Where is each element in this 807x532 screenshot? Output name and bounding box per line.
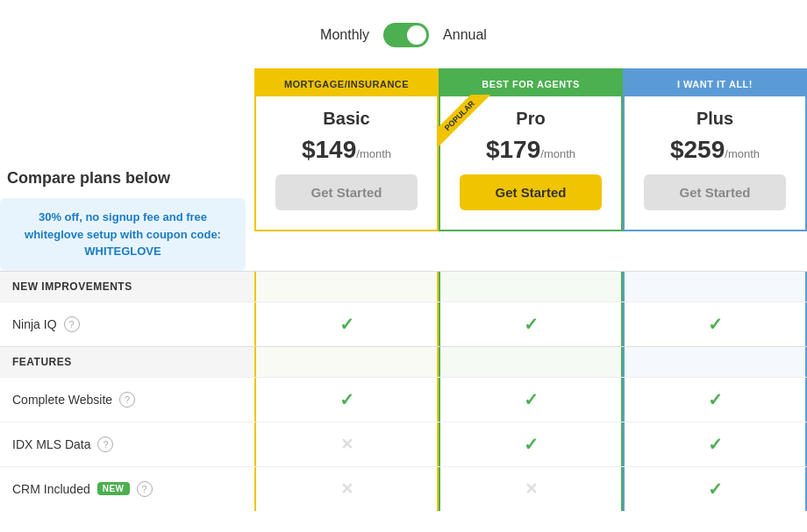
row-label-1-1: IDX MLS Data? [0,426,254,463]
section-label-1: FEATURES [0,347,254,377]
cell-1-0-plus: ✓ [623,378,807,422]
row-1-2: CRM IncludedNEW?✕✕✓ [0,466,807,511]
plus-name: Plus [633,109,796,129]
plan-plus: I WANT IT ALL! Plus $259/month Get Start… [623,68,807,231]
new-badge: NEW [97,482,130,495]
popular-ribbon [439,95,502,158]
section-label-0: NEW IMPROVEMENTS [0,272,254,301]
section-1-col-pro [439,347,623,377]
left-panel: Compare plans below 30% off, no signup f… [0,68,254,271]
row-label-1-0: Complete Website? [0,381,254,418]
section-0-col-basic [254,272,439,301]
compare-title: Compare plans below [0,169,246,188]
promo-text: 30% off, no signup fee and free whiteglo… [25,210,221,258]
basic-per-month: /month [356,147,391,160]
row-text-1-1: IDX MLS Data [12,437,90,451]
row-0-0: Ninja IQ?✓✓✓ [0,301,807,346]
plus-get-started-button[interactable]: Get Started [644,174,786,210]
billing-toggle[interactable] [383,23,429,47]
row-1-1: IDX MLS Data?✕✓✓ [0,422,807,466]
check-icon: ✓ [339,389,354,410]
section-0-col-pro [439,272,623,301]
basic-price-amount: $149 [302,136,356,163]
check-icon: ✓ [524,434,539,455]
pro-per-month: /month [540,147,575,160]
check-icon: ✓ [708,314,723,335]
cell-0-0-pro: ✓ [439,302,623,346]
promo-box: 30% off, no signup fee and free whiteglo… [0,198,246,271]
basic-get-started-button[interactable]: Get Started [275,174,418,210]
pro-badge: BEST FOR AGENTS [440,72,621,96]
basic-badge: MORTGAGE/INSURANCE [256,72,437,96]
check-icon: ✓ [708,389,723,410]
check-icon: ✓ [524,314,539,335]
row-label-0-0: Ninja IQ? [0,306,254,343]
info-icon[interactable]: ? [137,481,153,497]
basic-header: Basic $149/month Get Started [256,96,437,230]
plan-basic: MORTGAGE/INSURANCE Basic $149/month Get … [254,68,439,231]
row-text-1-2: CRM Included [12,482,90,496]
info-icon[interactable]: ? [119,392,135,408]
check-icon: ✓ [708,434,723,455]
feature-table: NEW IMPROVEMENTSNinja IQ?✓✓✓FEATURESComp… [0,271,807,511]
cell-1-2-plus: ✓ [623,467,807,511]
comparison-header: Compare plans below 30% off, no signup f… [0,68,807,271]
info-icon[interactable]: ? [97,436,113,452]
section-0-col-plus [623,272,807,301]
row-label-1-2: CRM IncludedNEW? [0,471,254,507]
pro-get-started-button[interactable]: Get Started [460,174,602,210]
cell-0-0-basic: ✓ [254,302,439,346]
cell-1-0-basic: ✓ [254,378,439,422]
cell-1-1-basic: ✕ [254,422,439,466]
pro-header: Pro $179/month Get Started [440,96,621,230]
plans-area: MORTGAGE/INSURANCE Basic $149/month Get … [254,68,807,231]
annual-label: Annual [443,27,487,43]
plus-header: Plus $259/month Get Started [625,96,805,230]
cell-1-0-pro: ✓ [439,378,623,422]
plan-pro: BEST FOR AGENTS Pro $179/month Get Start… [439,68,623,231]
check-icon: ✓ [708,479,723,500]
cross-icon: ✕ [340,479,354,499]
cell-1-1-pro: ✓ [439,422,623,466]
section-0: NEW IMPROVEMENTS [0,271,807,301]
basic-price: $149/month [265,136,428,164]
cell-1-2-basic: ✕ [254,467,439,511]
cross-icon: ✕ [340,435,354,454]
section-1-col-plus [623,347,807,377]
check-icon: ✓ [524,389,539,410]
row-text-1-0: Complete Website [12,393,112,407]
page-wrapper: Monthly Annual Compare plans below 30% o… [0,0,807,520]
section-1-col-basic [254,347,439,377]
toggle-area: Monthly Annual [0,9,807,68]
cross-icon: ✕ [525,479,538,499]
check-icon: ✓ [339,314,354,335]
row-text-0-0: Ninja IQ [12,317,57,331]
cell-1-2-pro: ✕ [439,467,623,511]
info-icon[interactable]: ? [64,316,80,332]
plus-price: $259/month [633,136,796,164]
section-1: FEATURES [0,346,807,377]
monthly-label: Monthly [320,27,369,43]
row-1-0: Complete Website?✓✓✓ [0,377,807,422]
basic-name: Basic [265,109,428,129]
cell-1-1-plus: ✓ [623,422,807,466]
plus-badge: I WANT IT ALL! [625,72,805,96]
cell-0-0-plus: ✓ [623,302,807,346]
plus-per-month: /month [725,147,760,160]
plus-price-amount: $259 [670,136,725,163]
